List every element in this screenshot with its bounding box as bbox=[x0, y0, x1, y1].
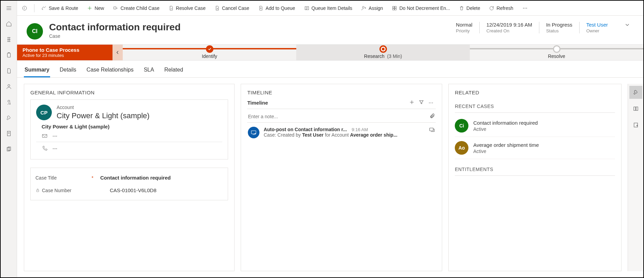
timeline-note-input[interactable] bbox=[248, 114, 430, 119]
bpf-node-future-icon bbox=[553, 45, 560, 53]
timeline-note-row[interactable] bbox=[247, 110, 436, 123]
home-icon[interactable] bbox=[2, 18, 16, 29]
cmd-donot-decrement[interactable]: Do Not Decrement En... bbox=[390, 4, 452, 12]
panel-script-icon[interactable] bbox=[629, 119, 642, 132]
cmd-assign[interactable]: Assign bbox=[359, 4, 385, 12]
svg-point-8 bbox=[362, 6, 364, 8]
timeline-header: Timeline bbox=[247, 100, 268, 106]
cmd-add-queue[interactable]: Add to Queue bbox=[256, 4, 297, 12]
timeline-more-button[interactable]: ⋯ bbox=[426, 100, 436, 106]
tab-related[interactable]: Related bbox=[164, 64, 184, 77]
related-case-status: Active bbox=[473, 149, 539, 154]
meta-status-label: Status bbox=[546, 28, 572, 33]
account-avatar: CP bbox=[36, 105, 52, 120]
tab-sla[interactable]: SLA bbox=[143, 64, 155, 77]
timeline-add-button[interactable] bbox=[407, 99, 417, 106]
tab-details[interactable]: Details bbox=[59, 64, 77, 77]
right-panel-rail bbox=[628, 84, 643, 271]
cmd-save-route[interactable]: Save & Route bbox=[39, 4, 80, 12]
account-name[interactable]: City Power & Light (sample) bbox=[57, 111, 150, 120]
meta-createdon-value: 12/24/2019 9:16 AM bbox=[486, 22, 532, 28]
panel-tool-icon[interactable] bbox=[629, 86, 642, 99]
header-meta: NormalPriority 12/24/2019 9:16 AMCreated… bbox=[449, 22, 615, 33]
timeline-item-action[interactable] bbox=[429, 127, 435, 138]
account-label: Account bbox=[57, 105, 150, 110]
cmd-cancel[interactable]: Cancel Case bbox=[212, 4, 251, 12]
row-case-title[interactable]: Case Title* Contact information required bbox=[35, 171, 223, 184]
tab-summary[interactable]: Summary bbox=[24, 64, 50, 77]
svg-rect-0 bbox=[7, 53, 10, 57]
left-nav-rail bbox=[1, 1, 17, 277]
doc-icon[interactable] bbox=[2, 65, 16, 76]
bpf-stage-label: Research bbox=[364, 53, 385, 59]
related-case-item[interactable]: Ci Contact information requiredActive bbox=[455, 115, 615, 137]
cmd-new[interactable]: New bbox=[85, 4, 106, 12]
svg-rect-12 bbox=[395, 8, 396, 10]
timeline-filter-button[interactable] bbox=[417, 99, 426, 106]
svg-rect-13 bbox=[42, 135, 47, 138]
entitlements-header: ENTITLEMENTS bbox=[455, 163, 615, 176]
record-header: CI Contact information required Case Nor… bbox=[17, 16, 643, 44]
field-label: Case Title bbox=[35, 175, 57, 181]
field-value: CAS-01001-V6L0D8 bbox=[110, 187, 156, 193]
cmd-queue-details[interactable]: Queue Item Details bbox=[302, 4, 355, 12]
back-button[interactable] bbox=[20, 4, 29, 12]
bpf-banner[interactable]: Phone to Case Process Active for 23 minu… bbox=[17, 45, 113, 60]
svg-point-1 bbox=[8, 84, 10, 87]
cmd-create-child[interactable]: Create Child Case bbox=[111, 4, 161, 12]
pages-icon[interactable] bbox=[2, 144, 16, 155]
wrench-icon[interactable] bbox=[2, 112, 16, 123]
timeline-section: TIMELINE Timeline ⋯ Auto-post o bbox=[241, 84, 442, 271]
command-bar: Save & Route New Create Child Case Resol… bbox=[17, 1, 643, 16]
case-fields-card: Case Title* Contact information required… bbox=[30, 168, 228, 200]
case-avatar: Ao bbox=[455, 141, 468, 155]
field-label: Case Number bbox=[42, 188, 71, 193]
cmd-delete[interactable]: Delete bbox=[457, 4, 482, 12]
header-expand-button[interactable] bbox=[621, 22, 634, 28]
cmd-refresh[interactable]: Refresh bbox=[487, 4, 515, 12]
lock-icon bbox=[35, 188, 40, 192]
timeline-item-subtitle: Case: Created by Test User for Account A… bbox=[264, 132, 425, 138]
bpf-stage-research[interactable]: Research (3 Min) bbox=[296, 45, 470, 60]
record-avatar: CI bbox=[27, 23, 43, 40]
account-phone-row[interactable]: --- bbox=[36, 142, 222, 154]
timeline-item[interactable]: Auto-post on Contact information r... 9:… bbox=[247, 123, 436, 142]
mail-icon bbox=[42, 133, 48, 139]
svg-point-2 bbox=[8, 100, 10, 102]
bpf-collapse-button[interactable] bbox=[113, 45, 123, 60]
page-icon[interactable] bbox=[2, 128, 16, 139]
recent-cases-header: RECENT CASES bbox=[455, 99, 615, 113]
bpf-name: Phone to Case Process bbox=[23, 47, 106, 53]
meta-priority-label: Priority bbox=[456, 28, 472, 33]
hamburger-icon[interactable] bbox=[2, 3, 16, 14]
related-case-item[interactable]: Ao Average order shipment timeActive bbox=[455, 137, 615, 159]
bpf-node-active-icon bbox=[379, 45, 387, 53]
general-information-section: GENERAL INFORMATION CP Account City Powe… bbox=[24, 84, 235, 271]
autopost-icon bbox=[248, 127, 259, 138]
account-line: City Power & Light (sample) bbox=[36, 124, 222, 129]
bookmark-icon[interactable] bbox=[2, 97, 16, 108]
tab-case-relationships[interactable]: Case Relationships bbox=[86, 64, 134, 77]
meta-owner-value[interactable]: Test User bbox=[586, 22, 608, 28]
account-email-row[interactable]: --- bbox=[36, 129, 222, 142]
cmd-resolve[interactable]: Resolve Case bbox=[166, 4, 208, 12]
account-phone-value: --- bbox=[53, 146, 57, 151]
phone-icon bbox=[42, 145, 48, 152]
svg-rect-11 bbox=[393, 8, 394, 10]
related-section: RELATED RECENT CASES Ci Contact informat… bbox=[448, 84, 621, 271]
panel-knowledge-icon[interactable] bbox=[629, 102, 642, 115]
pinned-icon[interactable] bbox=[2, 34, 16, 45]
clipboard-icon[interactable] bbox=[2, 50, 16, 61]
person-icon[interactable] bbox=[2, 81, 16, 92]
bpf-stage-identify[interactable]: Identify bbox=[123, 45, 296, 60]
attachment-icon[interactable] bbox=[430, 113, 435, 120]
meta-status-value: In Progress bbox=[546, 22, 572, 28]
bpf-status: Active for 23 minutes bbox=[23, 53, 106, 58]
bpf-stage-label: Resolve bbox=[548, 53, 565, 59]
svg-rect-9 bbox=[393, 6, 394, 8]
bpf-stage-resolve[interactable]: Resolve bbox=[470, 45, 643, 60]
record-entity: Case bbox=[49, 33, 181, 39]
section-title: RELATED bbox=[455, 90, 615, 95]
svg-rect-14 bbox=[36, 190, 39, 192]
cmd-overflow[interactable]: ⋯ bbox=[520, 5, 530, 11]
